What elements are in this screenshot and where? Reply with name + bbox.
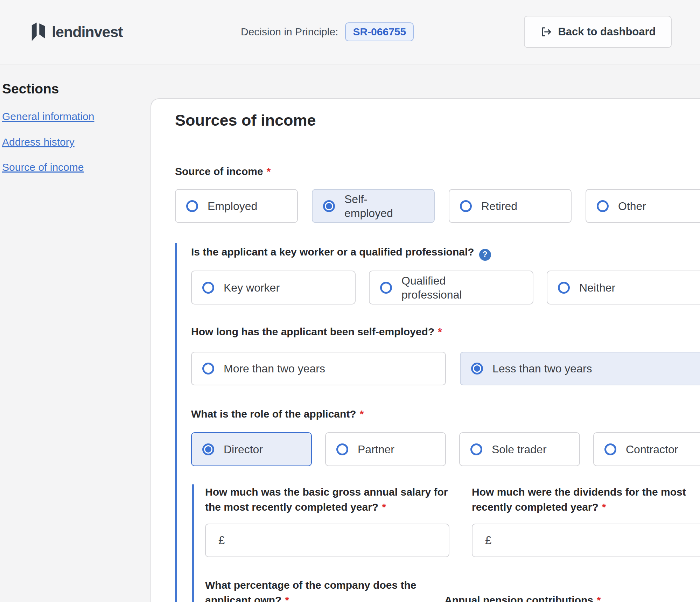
radio-unchecked-icon [597,200,609,212]
radio-unchecked-icon [202,282,214,294]
radio-checked-icon [471,363,483,374]
question-company-percentage: What percentage of the company does the … [205,578,422,602]
help-icon[interactable]: ? [479,249,491,261]
sections-title: Sections [2,81,59,97]
dip-label: Decision in Principle: [241,26,338,38]
required-marker: * [438,326,442,337]
director-income-section: How much was the basic gross annual sala… [192,484,700,602]
radio-option-contractor[interactable]: Contractor [593,432,700,466]
radio-unchecked-icon [380,282,392,294]
applicant-role-options: Director Partner Sole trader Contractor [191,432,700,466]
salary-input[interactable] [230,527,449,554]
app-header: lendinvest Decision in Principle: SR-066… [0,0,700,64]
radio-option-self-employed[interactable]: Self-employed [312,189,435,223]
radio-option-qualified-professional[interactable]: Qualified professional [369,271,533,304]
radio-unchecked-icon [202,363,214,374]
key-worker-options: Key worker Qualified professional Neithe… [191,271,700,304]
question-self-employed-duration: How long has the applicant been self-emp… [191,324,442,339]
back-to-dashboard-button[interactable]: Back to dashboard [524,16,672,48]
salary-field[interactable]: £ [205,524,449,557]
currency-symbol: £ [218,534,225,547]
question-applicant-role: What is the role of the applicant?* [191,406,364,421]
back-to-dashboard-label: Back to dashboard [558,26,656,38]
question-pension: Annual pension contributions* [444,593,690,602]
currency-symbol: £ [485,534,491,547]
required-marker: * [382,501,386,513]
question-dividends: How much were the dividends for the most… [472,484,700,514]
required-marker: * [597,594,601,602]
required-marker: * [602,501,606,513]
logout-icon [540,26,552,38]
brand-icon [31,22,47,42]
radio-option-retired[interactable]: Retired [449,189,572,223]
reference-badge: SR-066755 [345,22,414,41]
question-salary: How much was the basic gross annual sala… [205,484,449,514]
radio-checked-icon [202,443,214,455]
form-title: Sources of income [175,111,316,130]
radio-unchecked-icon [604,443,616,455]
radio-option-director[interactable]: Director [191,432,312,466]
dip-reference: Decision in Principle: SR-066755 [241,0,414,64]
radio-unchecked-icon [460,200,472,212]
self-employed-section: Is the applicant a key worker or a quali… [175,243,700,602]
question-source-of-income: Source of income* [175,164,271,179]
brand-logo: lendinvest [31,0,123,64]
radio-option-partner[interactable]: Partner [325,432,446,466]
sidebar-link-source-of-income[interactable]: Source of income [2,161,84,173]
required-marker: * [267,166,271,177]
radio-option-employed[interactable]: Employed [175,189,298,223]
radio-option-less-than-two-years[interactable]: Less than two years [460,352,700,385]
required-marker: * [360,408,364,420]
radio-checked-icon [323,200,335,212]
radio-unchecked-icon [336,443,348,455]
page: lendinvest Decision in Principle: SR-066… [0,0,700,602]
radio-unchecked-icon [186,200,198,212]
radio-unchecked-icon [470,443,482,455]
radio-option-sole-trader[interactable]: Sole trader [459,432,580,466]
radio-option-key-worker[interactable]: Key worker [191,271,356,304]
radio-unchecked-icon [558,282,570,294]
dividends-field[interactable]: £ [472,524,700,557]
self-employed-duration-options: More than two years Less than two years [191,352,700,385]
dividends-input[interactable] [497,527,700,554]
sidebar-link-general-information[interactable]: General information [2,111,94,122]
sidebar-link-address-history[interactable]: Address history [2,136,75,148]
required-marker: * [285,594,289,602]
radio-option-neither[interactable]: Neither [547,271,700,304]
radio-option-more-than-two-years[interactable]: More than two years [191,352,446,385]
source-of-income-options: Employed Self-employed Retired Other [175,189,700,223]
question-key-worker: Is the applicant a key worker or a quali… [191,244,681,261]
radio-option-other[interactable]: Other [586,189,700,223]
brand-name: lendinvest [52,23,123,41]
